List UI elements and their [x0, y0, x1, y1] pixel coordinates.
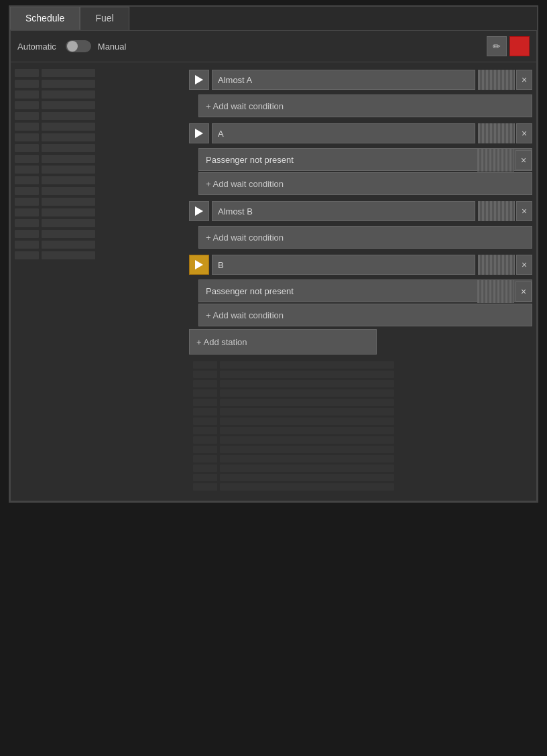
add-wait-almost-b[interactable]: + Add wait condition: [198, 226, 532, 249]
sidebar-lines-row: [15, 101, 189, 109]
grid-cell: [220, 483, 394, 491]
line-block: [42, 251, 95, 259]
line-block: [42, 112, 95, 120]
add-wait-label: + Add wait condition: [206, 233, 284, 243]
line-block: [42, 133, 95, 141]
play-button-b[interactable]: [189, 255, 209, 275]
line-block: [15, 69, 39, 77]
grid-row: [193, 380, 528, 387]
sidebar-lines-row: [15, 155, 189, 163]
close-station-almost-a[interactable]: ×: [516, 70, 532, 90]
station-texture: [478, 255, 515, 275]
close-condition-b[interactable]: ×: [515, 281, 532, 302]
station-name-b: B: [212, 255, 475, 275]
grid-row: [193, 464, 528, 472]
sidebar-lines-row: [15, 187, 189, 195]
sidebar-lines-row: [15, 208, 189, 216]
add-wait-b[interactable]: + Add wait condition: [198, 304, 532, 326]
sidebar-lines-row: [15, 230, 189, 238]
sidebar-lines-row: [15, 112, 189, 120]
condition-row-b-0: Passenger not present ×: [198, 279, 532, 302]
line-block: [15, 101, 39, 109]
line-block: [42, 80, 95, 88]
line-block: [15, 166, 39, 174]
line-block: [42, 208, 95, 216]
sidebar-lines-row: [15, 90, 189, 99]
sidebar-lines-row: [15, 123, 189, 131]
close-station-almost-b[interactable]: ×: [516, 201, 532, 221]
condition-label: Passenger not present: [206, 155, 294, 165]
tab-fuel[interactable]: Fuel: [80, 7, 129, 30]
play-button-a[interactable]: [189, 123, 209, 143]
line-block: [15, 90, 39, 99]
grid-cell: [220, 455, 394, 462]
line-block: [15, 208, 39, 216]
grid-cell: [220, 380, 394, 387]
station-row-b: B ×: [189, 251, 532, 278]
line-block: [42, 166, 95, 174]
condition-texture: [477, 149, 514, 172]
station-texture: [478, 70, 515, 90]
grid-cell: [193, 464, 217, 472]
add-wait-almost-a[interactable]: + Add wait condition: [198, 94, 532, 117]
grid-cell: [220, 427, 394, 434]
grid-cell: [193, 371, 217, 378]
line-block: [15, 176, 39, 184]
line-block: [15, 251, 39, 259]
line-block: [15, 144, 39, 152]
station-label: B: [218, 260, 224, 270]
left-sidebar: [15, 66, 189, 497]
play-icon: [195, 260, 203, 269]
sidebar-lines-row: [15, 69, 189, 77]
delete-button[interactable]: [509, 36, 530, 56]
close-icon: ×: [522, 259, 527, 270]
grid-cell: [193, 361, 217, 369]
line-block: [42, 90, 95, 99]
sidebar-lines-row: [15, 241, 189, 249]
grid-row: [193, 371, 528, 378]
grid-row: [193, 361, 528, 369]
station-row-a: A ×: [189, 120, 532, 147]
grid-cell: [220, 474, 394, 481]
line-block: [15, 241, 39, 249]
play-button-almost-a[interactable]: [189, 70, 209, 90]
play-button-almost-b[interactable]: [189, 201, 209, 221]
grid-cell: [220, 371, 394, 378]
add-wait-a[interactable]: + Add wait condition: [198, 172, 532, 195]
sidebar-lines-row: [15, 198, 189, 206]
station-texture: [478, 123, 515, 143]
stations-area: Almost A × + Add wait condition: [189, 66, 532, 497]
grid-cell: [193, 436, 217, 444]
station-texture: [478, 201, 515, 221]
sidebar-lines-row: [15, 144, 189, 152]
line-block: [42, 69, 95, 77]
line-block: [42, 176, 95, 184]
close-station-a[interactable]: ×: [516, 123, 532, 143]
add-wait-label: + Add wait condition: [206, 310, 284, 320]
pencil-button[interactable]: ✏: [487, 36, 507, 56]
grid-cell: [193, 418, 217, 425]
line-block: [42, 198, 95, 206]
station-name-almost-a: Almost A: [212, 70, 475, 90]
close-station-b[interactable]: ×: [516, 255, 532, 275]
line-block: [15, 187, 39, 195]
tab-schedule[interactable]: Schedule: [10, 7, 80, 30]
auto-manual-toggle[interactable]: [66, 40, 91, 52]
station-label: A: [218, 129, 224, 139]
close-icon: ×: [522, 128, 527, 139]
header-bar: Automatic Manual ✏: [11, 31, 536, 62]
main-window: Schedule Fuel Automatic Manual ✏: [9, 5, 538, 503]
grid-cell: [220, 446, 394, 453]
grid-cell: [220, 361, 394, 369]
grid-row: [193, 446, 528, 453]
line-block: [15, 198, 39, 206]
line-block: [15, 230, 39, 238]
grid-row: [193, 408, 528, 416]
close-condition[interactable]: ×: [515, 150, 532, 170]
grid-cell: [220, 436, 394, 444]
auto-label: Automatic: [17, 42, 56, 52]
sidebar-lines-row: [15, 251, 189, 259]
add-station-button[interactable]: + Add station: [189, 329, 377, 355]
play-icon: [195, 129, 203, 138]
station-row-almost-a: Almost A ×: [189, 66, 532, 93]
